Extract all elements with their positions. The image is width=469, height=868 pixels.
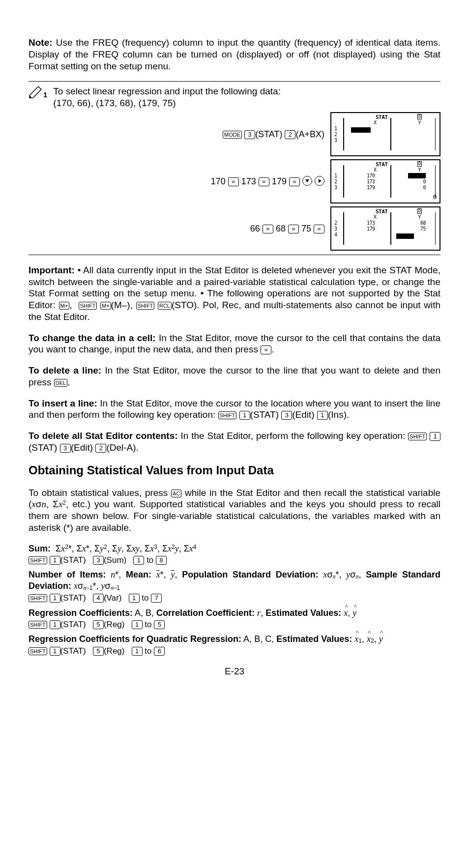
- key-5: 5: [93, 620, 104, 629]
- lcd-result: 0: [433, 193, 437, 201]
- key-5: 5: [93, 647, 104, 656]
- lcd-rows: 1 2 3: [334, 173, 337, 191]
- label-regquad: Regression Coefficients for Quadratic Re…: [29, 634, 241, 644]
- lcd-d-indicator: D: [417, 161, 422, 167]
- key-1: 1: [430, 432, 440, 441]
- key-5: 5: [154, 620, 165, 629]
- key-2: 2: [95, 444, 106, 453]
- lcd-1: STAT D X Y 1 2 3: [330, 112, 440, 156]
- regquad-block: Regression Coefficients for Quadratic Re…: [29, 634, 440, 645]
- seq-edit: (Edit): [71, 442, 93, 453]
- key-6: 6: [154, 647, 165, 656]
- lcd-d-indicator: D: [417, 114, 422, 119]
- step2-keys: 170 = 173 = 179 =: [29, 176, 330, 187]
- del-key: DEL: [54, 379, 67, 387]
- menu-to: to: [145, 620, 151, 629]
- sum-menu: SHIFT 1(STAT) 3(Sum) 1 to 8: [29, 555, 440, 565]
- key-1: 1: [50, 594, 60, 603]
- key-3: 3: [244, 130, 255, 139]
- regquad-coefs: A, B, C,: [241, 634, 276, 644]
- shift-key: SHIFT: [79, 302, 97, 310]
- lcd-xvals: 173 179: [367, 220, 375, 232]
- important-paragraph: Important: • All data currently input in…: [29, 264, 440, 323]
- obtain-p2b: , etc.) you want. Supported statistical …: [29, 499, 440, 533]
- key-4: 4: [93, 594, 104, 603]
- lcd-colx: X: [374, 214, 377, 221]
- right-arrow-key: [315, 176, 324, 186]
- rcl-key: RCL: [158, 302, 172, 310]
- key-1: 1: [133, 556, 144, 565]
- example-intro-block: To select linear regression and input th…: [53, 86, 281, 109]
- menu-stat: (STAT): [60, 555, 86, 565]
- menu-stat: (STAT): [60, 620, 86, 629]
- change-cell-paragraph: To change the data in a cell: In the Sta…: [29, 332, 440, 356]
- lcd-colx: X: [374, 167, 377, 174]
- val-66: 66: [250, 224, 260, 233]
- eq-key: =: [289, 177, 300, 186]
- label-corr: Correlation Coefficient:: [156, 608, 255, 618]
- example-pairs: (170, 66), (173, 68), (179, 75): [53, 98, 176, 108]
- key-1: 1: [50, 647, 60, 656]
- note-text: Use the FREQ (frequency) column to input…: [29, 37, 440, 71]
- eq-key: =: [228, 177, 239, 186]
- label-est-quad: Estimated Values:: [276, 634, 352, 644]
- lcd-stat: STAT: [376, 208, 388, 215]
- numitems-menu: SHIFT 1(STAT) 4(Var) 1 to 7: [29, 593, 440, 603]
- val-68: 68: [276, 224, 286, 233]
- val-170: 170: [211, 176, 226, 186]
- section-heading: Obtaining Statistical Values from Input …: [29, 463, 440, 478]
- example-index: 1: [43, 90, 47, 109]
- obtain-paragraph: To obtain statistical values, press AC w…: [29, 487, 440, 534]
- step3-keys: 66 = 68 = 75 =: [29, 223, 330, 234]
- menu-reg: (Reg): [104, 646, 125, 656]
- menu-reg: (Reg): [104, 620, 125, 629]
- important-label: Important:: [29, 265, 75, 275]
- menu-sum: (Sum): [104, 555, 126, 565]
- note-paragraph: Note: Use the FREQ (frequency) column to…: [29, 37, 440, 72]
- delete-line-paragraph: To delete a line: In the Stat Editor, mo…: [29, 365, 440, 388]
- reg-menu: SHIFT 1(STAT) 5(Reg) 1 to 5: [29, 619, 440, 630]
- page-number: E-23: [29, 665, 440, 677]
- reg-block: Regression Coefficients: A, B, Correlati…: [29, 608, 440, 619]
- lcd-stat: STAT: [376, 161, 388, 168]
- lcd-rows: 2 3 4: [334, 220, 337, 238]
- seq-dela: (Del-A).: [106, 442, 138, 453]
- mplus-key: M+: [100, 302, 111, 310]
- lcd-xvals: 170 173 179: [367, 173, 375, 191]
- menu-to: to: [142, 593, 148, 603]
- example-intro: To select linear regression and input th…: [53, 86, 281, 96]
- lcd-stat: STAT: [376, 114, 388, 121]
- eq-key: =: [261, 346, 271, 354]
- example-step-2: 170 = 173 = 179 = STAT D X Y 1 2 3 170 1…: [29, 159, 440, 203]
- shift-key: SHIFT: [408, 433, 427, 440]
- eq-key: =: [259, 177, 269, 186]
- example-step-1: MODE 3(STAT) 2(A+BX) STAT D X Y 1 2 3: [29, 112, 440, 156]
- seq-stat: (STAT): [29, 442, 57, 453]
- down-arrow-key: [302, 176, 312, 186]
- seq-edit: (Edit): [292, 409, 314, 420]
- delete-line-label: To delete a line:: [29, 365, 101, 376]
- key-3: 3: [281, 411, 292, 420]
- shift-key: SHIFT: [136, 302, 155, 310]
- regquad-menu: SHIFT 1(STAT) 5(Reg) 1 to 6: [29, 646, 440, 656]
- lcd-colx: X: [374, 120, 377, 126]
- step1-abx: (A+BX): [295, 129, 324, 139]
- val-173: 173: [241, 176, 256, 186]
- shift-key: SHIFT: [218, 411, 237, 419]
- label-reg-coef: Regression Coefficients:: [29, 608, 133, 618]
- reg-coefs: A, B,: [133, 608, 156, 618]
- pencil-icon: [29, 86, 45, 98]
- key-1: 1: [50, 556, 60, 565]
- key-1: 1: [132, 620, 143, 629]
- lcd-yvals: 68 75: [420, 220, 426, 232]
- numitems-block: Number of Items: n*, Mean: x*, y, Popula…: [29, 569, 440, 592]
- delete-all-text: In the Stat Editor, perform the followin…: [178, 431, 409, 441]
- eq-key: =: [263, 225, 273, 233]
- menu-stat: (STAT): [60, 646, 86, 656]
- lcd-coly: Y: [418, 214, 421, 221]
- menu-stat: (STAT): [60, 593, 86, 603]
- seq-stat: (STAT): [250, 409, 279, 420]
- ac-key: AC: [171, 490, 181, 497]
- key-7: 7: [151, 594, 162, 603]
- mplus-key: M+: [59, 302, 70, 310]
